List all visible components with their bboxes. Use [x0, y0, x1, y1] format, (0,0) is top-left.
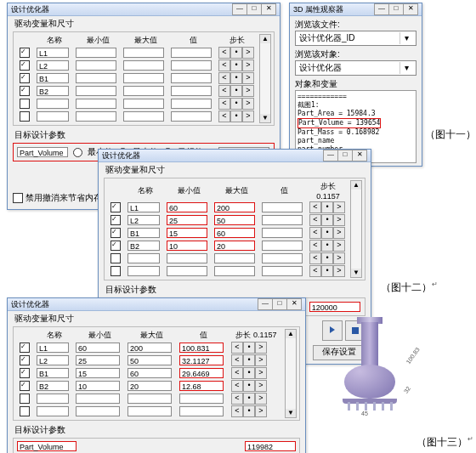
row-checkbox[interactable]: [20, 343, 30, 353]
step-set-button[interactable]: •: [243, 342, 255, 354]
step-set-button[interactable]: •: [321, 240, 333, 252]
max-input[interactable]: 200: [214, 202, 255, 212]
step-set-button[interactable]: •: [243, 367, 255, 379]
max-input[interactable]: [123, 86, 164, 96]
val-input[interactable]: [262, 202, 303, 212]
row-checkbox[interactable]: [20, 368, 30, 378]
row-checkbox[interactable]: [20, 394, 30, 404]
min-input[interactable]: 25: [76, 355, 120, 365]
row-checkbox[interactable]: [110, 266, 121, 276]
step-inc-button[interactable]: >: [255, 354, 267, 366]
min-input[interactable]: 60: [167, 202, 207, 212]
step-dec-button[interactable]: <: [309, 265, 321, 277]
minimize-button[interactable]: —: [232, 3, 247, 15]
min-input[interactable]: [76, 111, 116, 122]
step-dec-button[interactable]: <: [218, 85, 230, 97]
val-input[interactable]: [179, 394, 224, 404]
name-input[interactable]: B1: [37, 73, 69, 83]
row-checkbox[interactable]: [20, 73, 30, 83]
max-input[interactable]: [123, 60, 164, 71]
name-input[interactable]: [37, 406, 69, 416]
step-inc-button[interactable]: >: [333, 201, 345, 213]
name-input[interactable]: [37, 394, 69, 404]
step-inc-button[interactable]: >: [255, 380, 267, 392]
close-button[interactable]: ✕: [352, 150, 367, 161]
max-input[interactable]: [123, 73, 164, 83]
close-button[interactable]: ✕: [286, 298, 302, 310]
target-var-input[interactable]: Part_Volume: [17, 441, 76, 451]
max-input[interactable]: 20: [214, 241, 255, 251]
name-input[interactable]: B2: [37, 86, 69, 96]
radio-min[interactable]: [73, 148, 82, 157]
step-dec-button[interactable]: <: [231, 342, 243, 354]
min-input[interactable]: [167, 266, 207, 276]
close-button[interactable]: ✕: [403, 3, 418, 15]
step-set-button[interactable]: •: [243, 393, 255, 405]
row-checkbox[interactable]: [110, 228, 121, 238]
step-set-button[interactable]: •: [321, 252, 333, 264]
val-input[interactable]: [262, 253, 303, 263]
val-input[interactable]: [171, 60, 212, 71]
name-input[interactable]: [37, 99, 69, 109]
val-input[interactable]: [171, 99, 212, 109]
step-inc-button[interactable]: >: [255, 405, 267, 417]
step-set-button[interactable]: •: [243, 380, 255, 392]
name-input[interactable]: L1: [37, 48, 69, 58]
min-input[interactable]: [76, 406, 120, 416]
max-input[interactable]: [214, 266, 255, 276]
step-dec-button[interactable]: <: [309, 252, 321, 264]
minimize-button[interactable]: —: [323, 150, 338, 161]
target-var-input[interactable]: Part_Volume: [17, 147, 68, 157]
min-input[interactable]: 60: [76, 343, 120, 353]
scroll-up-icon[interactable]: ▲: [260, 35, 270, 43]
min-input[interactable]: 10: [76, 381, 120, 391]
step-inc-button[interactable]: >: [333, 227, 345, 239]
row-checkbox[interactable]: [20, 48, 30, 58]
max-input[interactable]: 50: [214, 215, 255, 225]
minimize-button[interactable]: —: [374, 3, 389, 15]
step-set-button[interactable]: •: [321, 265, 333, 277]
step-inc-button[interactable]: >: [242, 72, 254, 84]
name-input[interactable]: [37, 111, 69, 122]
min-input[interactable]: [167, 253, 207, 263]
scroll-up-icon[interactable]: ▲: [286, 330, 296, 338]
name-input[interactable]: L2: [128, 215, 160, 225]
scroll-down-icon[interactable]: ▼: [260, 114, 270, 122]
val-input[interactable]: 12.68: [179, 381, 224, 391]
step-inc-button[interactable]: >: [255, 342, 267, 354]
step-dec-button[interactable]: <: [218, 59, 230, 71]
step-set-button[interactable]: •: [230, 98, 242, 110]
val-input[interactable]: [262, 266, 303, 276]
row-checkbox[interactable]: [20, 381, 30, 391]
val-input[interactable]: [179, 406, 224, 416]
val-input[interactable]: [171, 111, 212, 122]
name-input[interactable]: L2: [37, 355, 69, 365]
min-input[interactable]: [76, 60, 116, 71]
step-set-button[interactable]: •: [243, 354, 255, 366]
val-input[interactable]: [171, 86, 212, 96]
max-input[interactable]: 60: [214, 228, 255, 238]
obj-dropdown[interactable]: 设计优化器 ▾: [295, 60, 416, 76]
step-set-button[interactable]: •: [230, 72, 242, 84]
name-input[interactable]: L1: [128, 202, 160, 212]
val-input[interactable]: [262, 215, 303, 225]
name-input[interactable]: B1: [37, 368, 69, 378]
step-set-button[interactable]: •: [321, 214, 333, 226]
step-dec-button[interactable]: <: [309, 201, 321, 213]
val-input[interactable]: [262, 228, 303, 238]
step-dec-button[interactable]: <: [309, 240, 321, 252]
minimize-button[interactable]: —: [258, 298, 273, 310]
step-inc-button[interactable]: >: [255, 367, 267, 379]
step-dec-button[interactable]: <: [218, 98, 230, 110]
disable-undo-check[interactable]: 禁用撤消来节省内存: [13, 192, 102, 204]
row-checkbox[interactable]: [110, 215, 121, 225]
name-input[interactable]: [128, 266, 160, 276]
val-input[interactable]: 29.6469: [179, 368, 224, 378]
step-dec-button[interactable]: <: [309, 214, 321, 226]
maximize-button[interactable]: □: [388, 3, 404, 15]
checkbox[interactable]: [13, 193, 23, 203]
step-set-button[interactable]: •: [230, 85, 242, 97]
row-checkbox[interactable]: [110, 241, 121, 251]
row-checkbox[interactable]: [20, 99, 30, 109]
step-dec-button[interactable]: <: [231, 367, 243, 379]
